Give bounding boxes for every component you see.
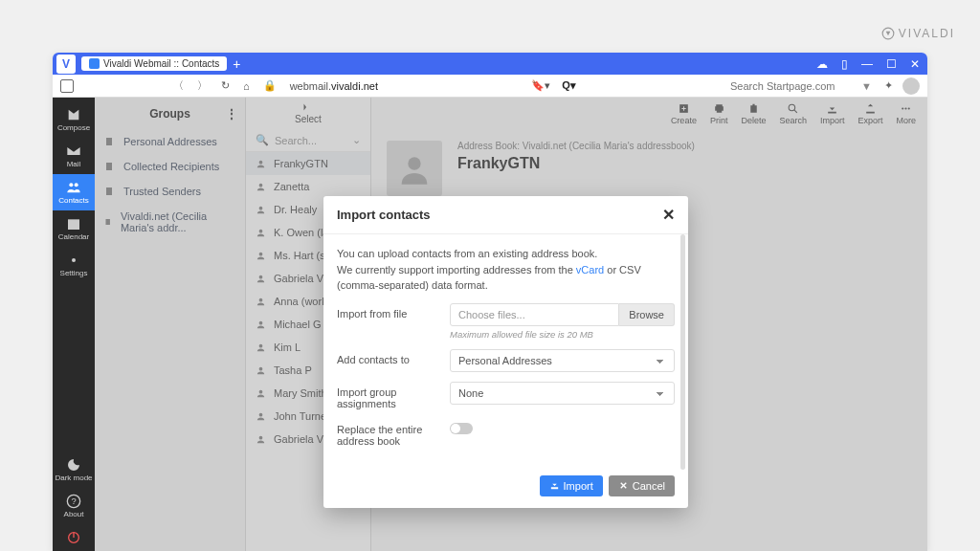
address-bar: 〈 〉 ↻ ⌂ 🔒 webmail.vivaldi.net 🔖▾ Q▾ ▼ ✦ [53,75,927,98]
contact-name: FrankyGTN [457,155,695,172]
file-input-display[interactable]: Choose files... [450,303,619,326]
toolbar-delete-button[interactable]: Delete [741,102,766,125]
svg-point-11 [259,229,263,232]
group-assignments-label: Import group assignments [337,382,450,409]
sidebar-item-calendar[interactable]: Calendar [53,210,95,247]
svg-point-24 [905,107,907,109]
mobile-icon[interactable]: ▯ [837,57,852,71]
breadcrumb: Address Book: Vivaldi.net (Cecilia Maria… [457,141,695,151]
sidebar-item-contacts[interactable]: Contacts [53,174,95,210]
title-bar: V Vivaldi Webmail :: Contacts + ☁ ▯ — ☐ … [53,53,927,75]
svg-point-13 [259,275,263,278]
modal-close-button[interactable]: ✕ [662,206,675,224]
svg-point-26 [408,157,420,169]
modal-scrollbar[interactable] [680,234,685,470]
reload-button[interactable]: ↻ [221,79,230,92]
contact-avatar [387,141,442,196]
url-domain: vivaldi.net [331,80,378,92]
svg-point-14 [259,298,263,301]
toolbar-create-button[interactable]: Create [671,102,697,125]
browse-button[interactable]: Browse [619,303,675,326]
cancel-button[interactable]: Cancel [609,475,675,496]
svg-point-15 [259,320,263,324]
svg-point-12 [259,252,263,255]
lock-icon: 🔒 [263,79,277,92]
svg-point-8 [259,160,263,164]
modal-title: Import contacts [337,208,431,222]
replace-toggle[interactable] [450,423,473,434]
contacts-search[interactable]: 🔍Search...⌄ [246,129,370,152]
toolbar-import-button[interactable]: Import [820,102,845,125]
toolbar-more-button[interactable]: More [896,102,916,125]
svg-rect-3 [68,219,79,230]
profile-avatar[interactable] [902,77,920,95]
detail-toolbar: Create Print Delete Search Import Export… [371,98,927,129]
window-controls: ☁ ▯ — ☐ ✕ [813,57,924,71]
replace-label: Replace the entire address book [337,419,450,447]
group-item-personal[interactable]: Personal Addresses [95,129,245,154]
group-item-collected[interactable]: Collected Recipients [95,154,245,179]
search-dropdown-icon[interactable]: ▼ [861,80,872,92]
toolbar-export-button[interactable]: Export [858,102,882,125]
add-contacts-to-select[interactable]: Personal Addresses [450,349,675,372]
contacts-select-header[interactable]: Select [246,98,370,129]
url-display[interactable]: webmail.vivaldi.net [290,80,378,92]
svg-point-19 [259,412,263,416]
contact-item[interactable]: Zanetta [246,175,370,198]
search-input[interactable] [730,80,856,92]
import-button[interactable]: Import [540,475,603,496]
close-window-button[interactable]: ✕ [906,57,924,71]
svg-point-18 [259,389,263,393]
svg-point-17 [259,366,263,370]
minimize-button[interactable]: — [858,57,877,71]
svg-point-9 [259,183,263,187]
add-contacts-to-label: Add contacts to [337,349,450,365]
bookmark-icon[interactable]: 🔖▾ [531,79,550,92]
chevron-down-icon: ⌄ [352,134,361,146]
toolbar-search-button[interactable]: Search [779,102,807,125]
import-file-label: Import from file [337,303,450,320]
groups-header: Groups⋮ [95,98,245,129]
groups-panel: Groups⋮ Personal Addresses Collected Rec… [95,98,246,551]
svg-point-10 [259,206,263,209]
svg-point-25 [908,107,910,109]
browser-tab[interactable]: Vivaldi Webmail :: Contacts [81,56,227,71]
extensions-icon[interactable]: ✦ [884,79,893,92]
home-button[interactable]: ⌂ [243,80,250,92]
toolbar-print-button[interactable]: Print [710,102,728,125]
panel-toggle-button[interactable] [60,79,74,93]
sidebar-item-power[interactable] [53,524,95,551]
file-size-hint: Maximum allowed file size is 20 MB [450,329,675,340]
svg-point-1 [69,183,73,187]
back-button[interactable]: 〈 [173,78,184,93]
new-tab-button[interactable]: + [233,56,240,72]
svg-point-23 [902,107,903,109]
svg-point-22 [789,104,795,111]
vcard-link[interactable]: vCard [576,264,604,276]
search-engine-icon[interactable]: Q▾ [562,79,576,92]
sidebar-item-compose[interactable]: Compose [53,101,95,138]
vivaldi-menu-button[interactable]: V [56,55,76,74]
sidebar-item-about[interactable]: ?About [53,488,95,524]
cloud-icon[interactable]: ☁ [813,57,832,71]
sidebar-item-darkmode[interactable]: Dark mode [53,452,95,488]
svg-point-4 [72,258,76,262]
group-item-vivaldinet[interactable]: Vivaldi.net (Cecilia Maria's addr... [95,204,245,240]
groups-more-icon[interactable]: ⋮ [226,107,237,121]
svg-point-20 [259,435,263,439]
svg-text:?: ? [71,496,76,506]
forward-button[interactable]: 〉 [197,78,208,93]
maximize-button[interactable]: ☐ [882,57,901,71]
group-assignments-select[interactable]: None [450,382,675,405]
search-icon: 🔍 [256,134,269,146]
url-subdomain: webmail. [290,80,331,92]
modal-description: You can upload contacts from an existing… [337,246,675,294]
svg-point-2 [75,183,78,187]
group-item-trusted[interactable]: Trusted Senders [95,179,245,204]
app-sidebar: Compose Mail Contacts Calendar Settings … [53,98,95,551]
svg-point-16 [259,343,263,347]
sidebar-item-settings[interactable]: Settings [53,247,95,283]
contact-item[interactable]: FrankyGTN [246,152,370,175]
import-contacts-modal: Import contacts ✕ You can upload contact… [323,196,688,508]
sidebar-item-mail[interactable]: Mail [53,138,95,174]
